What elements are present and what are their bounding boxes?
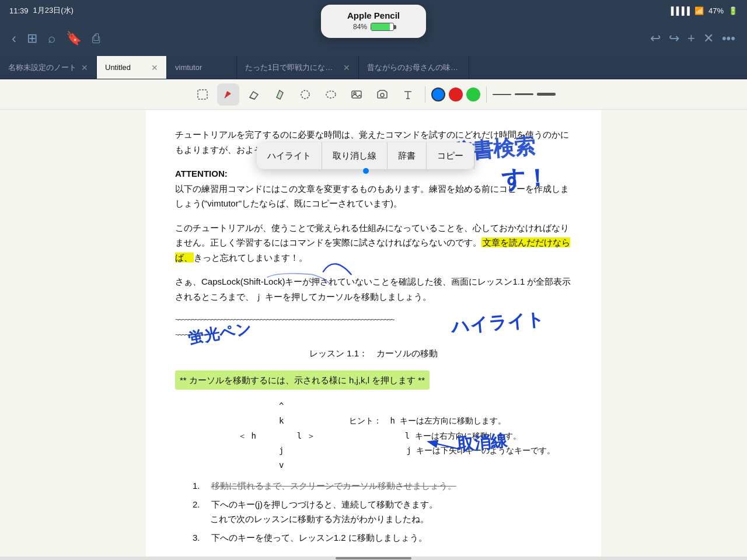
para-3: このチュートリアルが、使うことで覚えられる仕組みになっていることを、心しておかな… — [175, 220, 572, 265]
tab-bar: 名称未設定のノート ✕ Untitled ✕ vimtutor たった1日で即戦… — [0, 56, 747, 79]
wavy-line-1: ~~~~~~~~~~~~~~~~~~~~~~~~~~~~~~~~~~~~~~~~… — [175, 313, 572, 326]
list-2-text: 下へのキー(j)を押しつづけると、連続して移動できます。 これで次のレッスンに移… — [193, 499, 438, 524]
redo-button[interactable]: ↪ — [669, 31, 679, 46]
time: 11:39 — [9, 6, 29, 15]
list-num-1: 1. — [193, 481, 209, 491]
color-green[interactable] — [466, 88, 480, 102]
nav-right: ↩ ↪ + ✕ ••• — [650, 31, 735, 46]
tab-0-close[interactable]: ✕ — [81, 63, 88, 72]
wavy-line-2: ~~~~~~~~~ — [175, 328, 222, 341]
lesson-title: レッスン 1.1： カーソルの移動 — [175, 346, 572, 361]
attention-label: ATTENTION: — [175, 169, 228, 178]
key-diagram: ^ k ヒント： h キーは左方向に移動します。 ＜ h l ＞ l キーは右方… — [222, 399, 572, 473]
toolbar-sep-1 — [425, 86, 425, 103]
context-menu-anchor — [363, 168, 369, 174]
svg-rect-3 — [352, 91, 361, 98]
context-highlight[interactable]: ハイライト — [257, 142, 322, 169]
lesson-main-text: ** カーソルを移動するには、示される様に h,j,k,l を押します ** — [175, 370, 430, 390]
list-3-text: 下へのキーを使って、レッスン1.2 に移動しましょう。 — [211, 533, 427, 542]
image-tool[interactable] — [345, 83, 368, 106]
svg-point-2 — [326, 91, 336, 98]
battery-fill — [371, 23, 390, 30]
tab-1-label: Untitled — [105, 63, 131, 72]
lesson-title-text: レッスン 1.1： カーソルの移動 — [309, 348, 438, 358]
list-num-2: 2. — [193, 499, 209, 509]
tab-1-close[interactable]: ✕ — [151, 63, 158, 72]
content-area: ハイライト 取り消し線 辞書 コピー チュートリアルを完了するのに必要な時間は、… — [0, 110, 747, 556]
back-button[interactable]: ‹ — [12, 30, 16, 47]
document: ハイライト 取り消し線 辞書 コピー チュートリアルを完了するのに必要な時間は、… — [146, 110, 601, 556]
line-weight-thick[interactable] — [537, 93, 556, 96]
pen-tool[interactable] — [217, 83, 239, 106]
line-weight-medium[interactable] — [515, 93, 533, 95]
tab-0-label: 名称未設定のノート — [8, 62, 76, 73]
bottom-bar — [0, 556, 747, 560]
note-container: Note： 何をタイプしているか判らなくなったら、<ESC>を押してノーマルモー… — [175, 554, 572, 556]
signal-icon: ▐▐▐▐ — [668, 6, 690, 15]
pencil-popup-title: Apple Pencil — [335, 10, 412, 20]
tab-4-label: 昔ながらのお母さんの味-ずっと作りつづ… — [367, 62, 460, 73]
tab-2-label: vimtutor — [175, 63, 202, 72]
search-button[interactable]: ⌕ — [48, 31, 55, 46]
pencil-battery-pct: 84% — [353, 23, 367, 31]
list-num-3: 3. — [193, 533, 209, 542]
close-nav-button[interactable]: ✕ — [703, 31, 714, 46]
shapes-tool[interactable] — [294, 83, 316, 106]
list-1: 1. 移動に慣れるまで、スクリーンでカーソル移動させましょう。 — [193, 478, 572, 494]
color-red[interactable] — [449, 88, 463, 102]
context-strikethrough[interactable]: 取り消し線 — [322, 142, 388, 169]
svg-point-5 — [381, 93, 384, 97]
highlighted-text: 文章を読んだだけならば、 — [175, 237, 570, 262]
key-v: v — [222, 458, 572, 473]
battery-bar — [371, 23, 394, 31]
lasso-tool[interactable] — [191, 83, 214, 106]
eraser-tool[interactable] — [243, 83, 265, 106]
context-dictionary[interactable]: 辞書 — [388, 142, 427, 169]
grid-button[interactable]: ⊞ — [27, 31, 37, 46]
text-tool[interactable] — [397, 83, 419, 106]
color-blue[interactable] — [431, 88, 445, 102]
tab-3-label: たった1日で即戦力になるExcelの教科書… — [245, 62, 338, 73]
svg-point-1 — [301, 90, 309, 99]
pencil-popup: Apple Pencil 84% — [321, 5, 426, 38]
more-button[interactable]: ••• — [722, 31, 735, 46]
key-hleft: ＜ h l ＞ l キーは右方向に移動します。 — [222, 429, 572, 443]
status-left: 11:39 1月23日(水) — [9, 5, 74, 16]
list-1-strikethrough: 移動に慣れるまで、スクリーンでカーソル移動させましょう。 — [211, 481, 456, 491]
battery-icon: 🔋 — [728, 6, 738, 15]
attention-text: 以下の練習用コマンドにはこの文章を変更するものもあります。練習を始める前にコピー… — [175, 184, 569, 209]
tab-4[interactable]: 昔ながらのお母さんの味-ずっと作りつづ… — [359, 56, 469, 79]
battery-pct: 47% — [708, 6, 724, 15]
key-j: j j キーは下矢印キーのようなキーです。 — [222, 443, 572, 458]
date: 1月23日(水) — [33, 5, 74, 16]
context-menu: ハイライト 取り消し線 辞書 コピー — [257, 142, 474, 169]
para-attention: ATTENTION: 以下の練習用コマンドにはこの文章を変更するものもあります。… — [175, 166, 572, 211]
nav-left: ‹ ⊞ ⌕ 🔖 ⎙ — [12, 30, 100, 47]
context-copy[interactable]: コピー — [427, 142, 474, 169]
toolbar-sep-2 — [486, 86, 487, 103]
list-2: 2. 下へのキー(j)を押しつづけると、連続して移動できます。 これで次のレッス… — [193, 497, 572, 527]
highlighter-tool[interactable] — [268, 83, 291, 106]
tab-0[interactable]: 名称未設定のノート ✕ — [0, 56, 97, 79]
tab-3-close[interactable]: ✕ — [343, 63, 350, 72]
svg-rect-0 — [198, 90, 207, 99]
status-right: ▐▐▐▐ 📶 47% 🔋 — [668, 6, 738, 15]
tab-2[interactable]: vimtutor — [167, 56, 237, 79]
share-button[interactable]: ⎙ — [92, 31, 100, 46]
key-k: k ヒント： h キーは左方向に移動します。 — [222, 414, 572, 428]
bookmark-button[interactable]: 🔖 — [66, 31, 82, 46]
pencil-battery: 84% — [335, 23, 412, 31]
toolbar — [0, 79, 747, 110]
tab-3[interactable]: たった1日で即戦力になるExcelの教科書… ✕ — [237, 56, 359, 79]
tab-1[interactable]: Untitled ✕ — [97, 56, 167, 79]
undo-button[interactable]: ↩ — [650, 31, 661, 46]
list-3: 3. 下へのキーを使って、レッスン1.2 に移動しましょう。 — [193, 530, 572, 545]
para-4: さぁ、CapsLock(Shift-Lock)キーが押されていないことを確認した… — [175, 274, 572, 304]
camera-tool[interactable] — [371, 83, 393, 106]
lasso2-tool[interactable] — [320, 83, 342, 106]
line-weight-thin[interactable] — [493, 94, 511, 95]
wifi-icon: 📶 — [694, 6, 704, 15]
lesson-main-container: ** カーソルを移動するには、示される様に h,j,k,l を押します ** — [175, 367, 572, 394]
home-indicator — [336, 557, 411, 559]
add-button[interactable]: + — [687, 31, 695, 46]
